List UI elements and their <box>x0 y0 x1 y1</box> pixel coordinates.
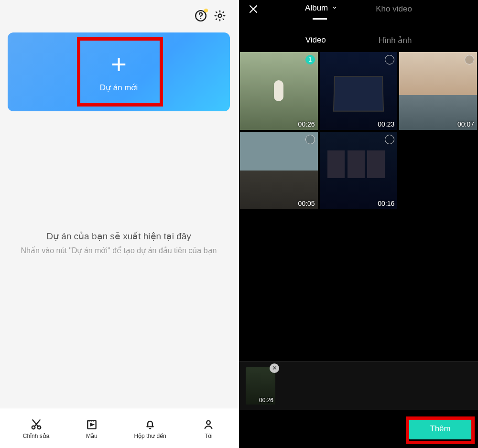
video-duration: 00:26 <box>298 120 315 128</box>
add-bar: Thêm <box>239 410 478 448</box>
sub-tabs: Video Hình ảnh <box>239 35 478 45</box>
video-thumb[interactable]: 00:16 <box>320 132 398 210</box>
gear-icon[interactable] <box>214 10 226 22</box>
video-thumb[interactable]: 00:07 <box>399 52 477 130</box>
video-duration: 00:16 <box>378 200 394 207</box>
remove-selection-icon[interactable]: ✕ <box>270 363 279 373</box>
bell-icon <box>144 418 156 431</box>
svg-point-1 <box>200 18 201 19</box>
tab-album[interactable]: Album <box>305 3 337 15</box>
person-icon <box>202 418 215 431</box>
close-icon[interactable] <box>248 3 259 15</box>
selected-media-bar: 00:26 ✕ <box>239 361 478 410</box>
video-thumb[interactable]: 00:05 <box>240 132 318 210</box>
scissors-icon <box>30 418 43 431</box>
nav-templates[interactable]: Mẫu <box>86 418 98 439</box>
svg-point-6 <box>206 420 210 424</box>
selected-thumb[interactable]: 00:26 ✕ <box>246 367 275 405</box>
video-grid: 1 00:26 00:23 00:07 00:05 00:16 <box>239 51 478 210</box>
nav-edit[interactable]: Chỉnh sửa <box>23 418 50 439</box>
help-icon[interactable] <box>195 10 207 22</box>
header-tabs: Album Kho video <box>259 3 458 15</box>
select-indicator[interactable] <box>385 55 394 64</box>
video-duration: 00:07 <box>457 120 474 128</box>
tab-library[interactable]: Kho video <box>376 4 412 14</box>
nav-label: Chỉnh sửa <box>23 433 50 439</box>
template-icon <box>86 418 98 431</box>
empty-state-title: Dự án của bạn sẽ xuất hiện tại đây <box>46 231 191 242</box>
svg-point-2 <box>218 14 222 18</box>
media-picker-screen: Album Kho video Video Hình ảnh 1 00:26 0… <box>238 0 478 448</box>
subtab-image[interactable]: Hình ảnh <box>379 35 412 45</box>
video-thumb[interactable]: 00:23 <box>320 52 398 130</box>
nav-label: Tôi <box>205 433 213 439</box>
video-duration: 00:05 <box>298 200 315 207</box>
tab-label: Kho video <box>376 4 412 13</box>
select-indicator[interactable]: 1 <box>305 55 315 64</box>
chevron-down-icon <box>332 3 337 13</box>
nav-me[interactable]: Tôi <box>202 418 215 439</box>
empty-state-subtitle: Nhấn vào nút "Dự án mới" để tạo dự án đầ… <box>21 245 217 256</box>
nav-inbox[interactable]: Hộp thư đến <box>134 418 166 439</box>
active-tab-underline <box>313 18 327 20</box>
video-thumb[interactable]: 1 00:26 <box>240 52 318 130</box>
notification-dot <box>204 9 208 12</box>
video-duration: 00:23 <box>378 120 394 128</box>
new-project-button[interactable]: + Dự án mới <box>8 32 230 111</box>
picker-header: Album Kho video <box>239 0 478 17</box>
empty-state: Dự án của bạn sẽ xuất hiện tại đây Nhấn … <box>0 111 238 408</box>
left-header <box>0 0 238 25</box>
bottom-nav: Chỉnh sửa Mẫu Hộp thư đến Tôi <box>0 408 238 448</box>
select-indicator[interactable] <box>465 55 474 64</box>
tab-label: Album <box>305 3 328 13</box>
tutorial-highlight-new-project <box>77 37 163 107</box>
selected-duration: 00:26 <box>259 397 273 404</box>
nav-label: Hộp thư đến <box>134 433 166 439</box>
tutorial-highlight-add <box>406 416 475 444</box>
subtab-video[interactable]: Video <box>305 35 326 45</box>
nav-label: Mẫu <box>86 433 98 439</box>
grid-spacer <box>239 210 478 361</box>
select-indicator[interactable] <box>305 135 315 144</box>
select-indicator[interactable] <box>385 135 394 144</box>
home-screen: + Dự án mới Dự án của bạn sẽ xuất hiện t… <box>0 0 238 448</box>
